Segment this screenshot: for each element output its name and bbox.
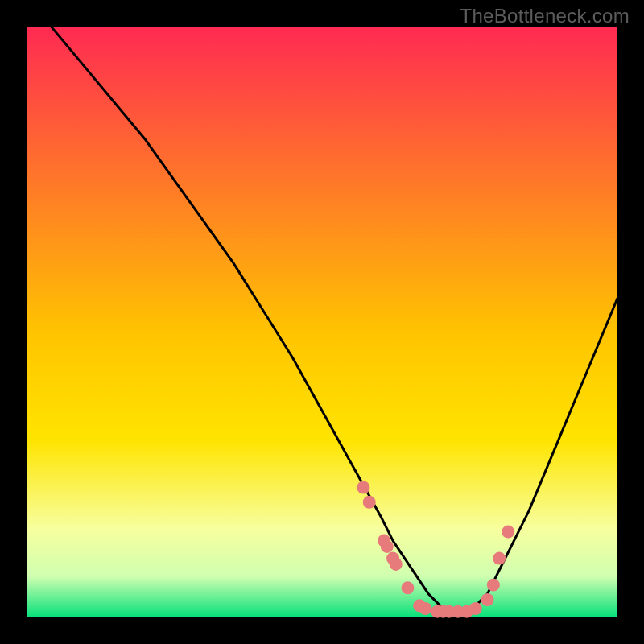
bottleneck-chart [0, 0, 644, 644]
highlighted-point [469, 602, 482, 615]
highlighted-point [401, 581, 414, 594]
chart-frame: TheBottleneck.com [0, 0, 644, 644]
highlighted-point [481, 593, 494, 606]
highlighted-point [487, 579, 500, 592]
highlighted-point [363, 496, 376, 509]
highlighted-point [493, 552, 506, 565]
highlighted-point [419, 602, 431, 615]
gradient-background [27, 27, 617, 617]
highlighted-point [381, 540, 394, 553]
highlighted-point [357, 481, 369, 494]
highlighted-point [390, 558, 402, 571]
highlighted-point [502, 526, 514, 539]
